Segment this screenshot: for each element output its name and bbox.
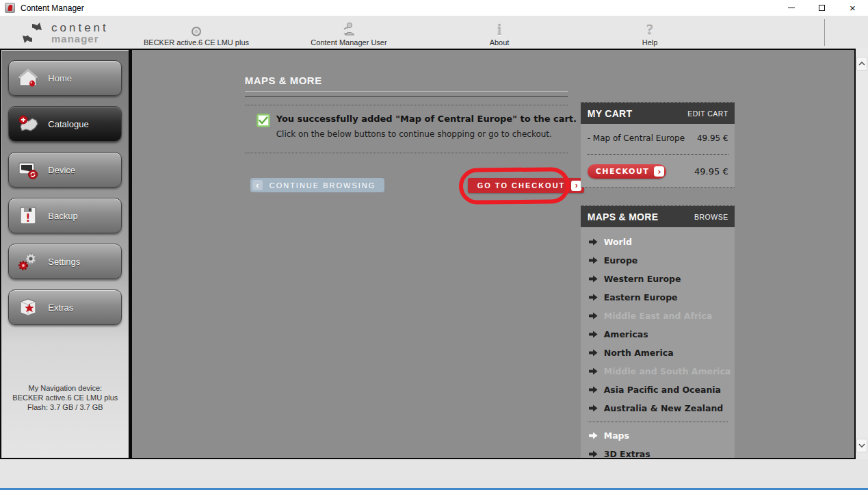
browse-item-3d-extras[interactable]: 3D Extras (581, 445, 735, 458)
app-icon (5, 3, 15, 13)
minimize-icon (788, 8, 795, 8)
check-icon (257, 114, 270, 127)
browse-separator (588, 422, 728, 422)
cart-item-name: - Map of Central Europe (588, 133, 685, 143)
toolbar: content manager BECKER active.6 CE LMU p… (0, 16, 868, 49)
chevron-left-icon: ‹ (252, 180, 263, 190)
maps-more-panel: MAPS & MORE BROWSE World Europe (581, 205, 735, 458)
maps-more-title: MAPS & MORE (588, 211, 659, 222)
minimize-button[interactable] (776, 0, 806, 16)
separator (245, 105, 568, 105)
cart-checkout-button[interactable]: CHECKOUT › (588, 164, 667, 179)
arrow-right-icon (589, 312, 598, 320)
browse-item-maps[interactable]: Maps (581, 426, 735, 445)
sidebar-item-extras[interactable]: Extras (8, 289, 122, 325)
device-info: My Navigation device: BECKER active.6 CE… (2, 383, 129, 412)
cart-total: 49.95 € (694, 166, 728, 177)
toolbar-item-user[interactable]: Content Manager User (274, 20, 424, 47)
edit-cart-link[interactable]: EDIT CART (687, 109, 728, 118)
my-cart-header: MY CART EDIT CART (581, 103, 735, 124)
browse-link[interactable]: BROWSE (694, 213, 728, 221)
window-controls: × (776, 0, 868, 16)
sidebar-item-device[interactable]: Device (8, 152, 122, 188)
browse-item-middle-south-america: Middle and South America (581, 362, 735, 381)
arrow-right-icon (589, 257, 598, 264)
maximize-icon (819, 5, 825, 11)
browse-item-north-america[interactable]: North America (581, 344, 735, 362)
heading-rule (245, 96, 568, 97)
chevron-up-icon (858, 62, 865, 66)
continue-browsing-button[interactable]: ‹ CONTINUE BROWSING (250, 178, 385, 192)
content-manager-logo: content manager (19, 20, 109, 46)
chevron-right-icon: › (654, 166, 664, 177)
vertical-scrollbar[interactable] (856, 49, 868, 459)
toolbar-item-help[interactable]: ? Help (575, 20, 725, 47)
sidebar-item-catalogue[interactable]: Catalogue (8, 106, 122, 142)
sidebar: Home Catalogue (1, 50, 129, 458)
home-icon (15, 65, 41, 91)
device-info-line3: Flash: 3.7 GB / 3.7 GB (2, 402, 129, 412)
sync-arrows-icon (19, 20, 45, 46)
arrow-right-icon (589, 432, 598, 439)
gears-icon (15, 248, 41, 274)
sidebar-item-backup[interactable]: ! Backup (8, 198, 122, 233)
window-footer (0, 459, 868, 490)
logo-text: content manager (51, 22, 109, 44)
browse-item-world[interactable]: World (581, 233, 735, 251)
arrow-right-icon (589, 275, 598, 283)
cart-item-row: - Map of Central Europe 49.95 € (588, 133, 728, 143)
arrow-right-icon (589, 238, 598, 246)
titlebar: Content Manager × (0, 0, 868, 16)
content-area: MAPS & MORE You successfully added "Map … (132, 50, 854, 458)
maximize-button[interactable] (806, 0, 837, 16)
cart-separator (588, 154, 728, 155)
browse-item-australia-new-zealand[interactable]: Australia & New Zealand (581, 399, 735, 417)
svg-text:!: ! (26, 212, 31, 224)
arrow-right-icon (589, 294, 598, 301)
go-to-checkout-button[interactable]: GO TO CHECKOUT › (468, 178, 585, 193)
separator (245, 153, 568, 153)
map-plus-icon (15, 111, 41, 137)
browse-item-eastern-europe[interactable]: Eastern Europe (581, 288, 735, 307)
my-cart-panel: MY CART EDIT CART - Map of Central Europ… (581, 102, 735, 188)
user-sync-icon (342, 20, 356, 37)
question-icon: ? (646, 20, 653, 37)
browse-item-americas[interactable]: Americas (581, 325, 735, 344)
my-cart-title: MY CART (588, 108, 633, 119)
box-star-icon (15, 294, 41, 320)
info-icon: i (497, 20, 501, 37)
browse-item-europe[interactable]: Europe (581, 251, 735, 270)
browse-item-western-europe[interactable]: Western Europe (581, 270, 735, 288)
browse-item-middle-east-africa: Middle East and Africa (581, 307, 735, 325)
toolbar-item-about[interactable]: i About (424, 20, 575, 47)
arrow-right-icon (589, 450, 598, 458)
main-region: Home Catalogue (0, 49, 868, 459)
page-title: MAPS & MORE (245, 75, 568, 92)
close-button[interactable]: × (837, 0, 868, 16)
browse-item-asia-pacific-oceania[interactable]: Asia Pacific and Oceania (581, 381, 735, 399)
arrow-right-icon (589, 349, 598, 357)
window-title: Content Manager (21, 3, 84, 13)
toolbar-divider (824, 19, 825, 46)
scroll-down-button[interactable] (856, 439, 867, 452)
monitor-sync-icon (15, 157, 41, 183)
sidebar-item-home[interactable]: Home (8, 60, 122, 96)
arrow-right-icon (589, 368, 598, 375)
success-subtitle: Click on the below buttons to continue s… (276, 129, 577, 139)
content-manager-window: Content Manager × content manager B (0, 0, 868, 490)
arrow-right-icon (589, 404, 598, 412)
success-message: You successfully added "Map of Central E… (257, 114, 577, 139)
device-info-line1: My Navigation device: (2, 383, 129, 393)
arrow-right-icon (589, 331, 598, 338)
floppy-icon: ! (15, 203, 41, 229)
device-sphere-icon (191, 20, 202, 37)
arrow-right-icon (589, 386, 598, 394)
toolbar-item-device[interactable]: BECKER active.6 CE LMU plus (121, 20, 272, 47)
cart-item-price: 49.95 € (697, 133, 728, 143)
sidebar-item-settings[interactable]: Settings (8, 244, 122, 279)
success-title: You successfully added "Map of Central E… (276, 114, 577, 124)
chevron-down-icon (858, 443, 865, 448)
device-info-line2: BECKER active.6 CE LMU plus (2, 393, 129, 402)
scroll-up-button[interactable] (856, 57, 867, 70)
maps-more-header: MAPS & MORE BROWSE (581, 206, 735, 227)
